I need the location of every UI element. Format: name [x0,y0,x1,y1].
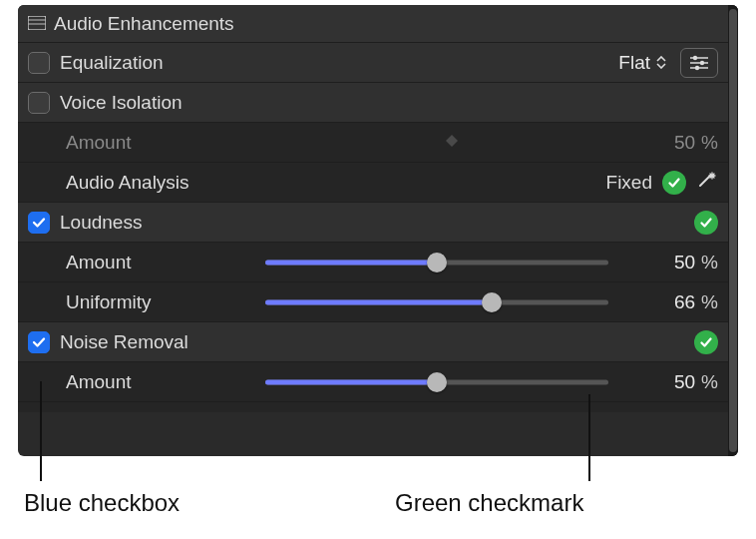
loudness-amount-label: Amount [66,252,265,273]
svg-point-4 [693,55,697,59]
vi-amount-unit: % [701,132,718,154]
equalization-preset-select[interactable]: Flat [618,52,666,74]
panel-icon [28,13,46,35]
equalization-preset-value: Flat [618,52,650,74]
vi-amount-label: Amount [66,132,265,154]
audio-analysis-label: Audio Analysis [66,172,265,194]
panel-title: Audio Enhancements [54,13,234,35]
nr-amount-label: Amount [66,371,265,393]
svg-point-8 [695,65,699,69]
voice-isolation-row: Voice Isolation [18,83,738,123]
audio-analysis-status: Fixed [606,172,652,194]
keyframe-icon[interactable] [444,132,460,154]
loudness-amount-value[interactable]: 50 [674,252,695,273]
loudness-uniformity-label: Uniformity [66,291,265,313]
voice-isolation-label: Voice Isolation [60,92,183,114]
nr-amount-unit: % [701,371,718,393]
callout-leader-green [588,394,590,481]
callout-green-checkmark: Green checkmark [395,489,583,517]
loudness-uniformity-row: Uniformity 66 % [18,282,738,322]
callout-leader-blue [40,381,42,481]
loudness-uniformity-value[interactable]: 66 [674,291,695,313]
loudness-row: Loudness [18,203,738,243]
equalizer-sliders-button[interactable] [680,48,718,78]
loudness-ok-icon [694,211,718,235]
equalization-label: Equalization [60,52,164,74]
audio-analysis-row: Audio Analysis Fixed [18,163,738,203]
nr-amount-value[interactable]: 50 [674,371,695,393]
magic-wand-button[interactable] [696,170,718,195]
noise-removal-label: Noise Removal [60,331,189,353]
panel-header: Audio Enhancements [18,5,738,43]
scrollbar-thumb[interactable] [729,9,737,452]
loudness-checkbox[interactable] [28,212,50,234]
noise-removal-ok-icon [694,330,718,354]
loudness-label: Loudness [60,212,142,234]
spacer [18,402,738,412]
audio-analysis-ok-icon [662,171,686,195]
noise-removal-row: Noise Removal [18,322,738,362]
loudness-amount-row: Amount 50 % [18,243,738,282]
sliders-icon [688,55,710,71]
svg-rect-0 [28,16,46,30]
vi-amount-value[interactable]: 50 [674,132,695,154]
loudness-uniformity-slider[interactable] [265,292,608,312]
equalization-checkbox[interactable] [28,52,50,74]
svg-point-6 [700,60,704,64]
voice-isolation-checkbox[interactable] [28,92,50,114]
nr-amount-slider[interactable] [265,372,608,392]
callout-blue-checkbox: Blue checkbox [24,489,180,517]
loudness-amount-unit: % [701,252,718,273]
noise-removal-amount-row: Amount 50 % [18,362,738,402]
equalization-row: Equalization Flat [18,43,738,83]
up-down-arrows-icon [656,56,666,69]
loudness-amount-slider[interactable] [265,253,608,272]
voice-isolation-amount-row: Amount 50 % [18,123,738,163]
loudness-uniformity-unit: % [701,291,718,313]
audio-enhancements-panel: Audio Enhancements Equalization Flat [18,5,738,456]
noise-removal-checkbox[interactable] [28,331,50,353]
scrollbar[interactable] [728,5,738,456]
